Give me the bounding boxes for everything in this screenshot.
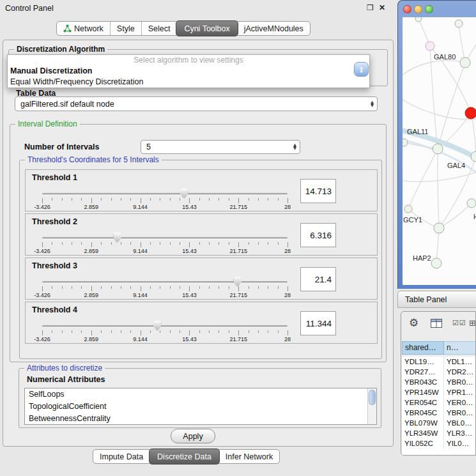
- network-node-label: GAL11: [407, 128, 428, 135]
- slider-thumb[interactable]: [233, 277, 242, 287]
- zoom-button[interactable]: [425, 5, 433, 13]
- dropdown-option-manual-discretization[interactable]: Manual Discretization: [8, 66, 369, 77]
- scrollbar-thumb[interactable]: [369, 390, 376, 405]
- threshold-3-slider[interactable]: -3.4262.8599.14415.4321.71528: [40, 276, 290, 299]
- network-node[interactable]: [415, 17, 422, 22]
- tab-network[interactable]: Network: [57, 22, 110, 35]
- tab-style[interactable]: Style: [110, 22, 141, 35]
- minimize-button[interactable]: [414, 5, 422, 13]
- network-node[interactable]: [431, 258, 441, 268]
- algorithm-dropdown-popup: Select algorithm to view settings Manual…: [7, 54, 370, 88]
- network-edge[interactable]: [459, 24, 465, 63]
- column-header-name[interactable]: n…: [444, 341, 476, 355]
- network-node[interactable]: [434, 223, 444, 233]
- network-node[interactable]: [433, 144, 443, 154]
- close-icon[interactable]: ✕: [379, 3, 385, 12]
- network-edge[interactable]: [403, 97, 476, 119]
- threshold-2-value[interactable]: 6.316: [300, 223, 336, 247]
- cell-shared-name: YBL079W: [402, 418, 444, 428]
- thresholds-group: Threshold's Coordinates for 5 Intervals …: [19, 160, 382, 359]
- network-node[interactable]: [465, 107, 476, 119]
- table-row[interactable]: YER054C YER0…: [402, 397, 476, 408]
- slider-track[interactable]: [42, 281, 288, 283]
- bottom-tab-impute-data[interactable]: Impute Data: [93, 450, 150, 463]
- attribute-item-topologicalcoefficient[interactable]: TopologicalCoefficient: [25, 401, 376, 413]
- number-of-intervals-label: Number of Intervals: [24, 142, 99, 151]
- threshold-4-slider[interactable]: -3.4262.8599.14415.4321.71528: [40, 320, 290, 343]
- network-edge[interactable]: [439, 203, 472, 228]
- slider-scale: -3.4262.8599.14415.4321.71528: [42, 292, 288, 299]
- scrollbar[interactable]: [367, 388, 376, 424]
- slider-thumb[interactable]: [153, 321, 162, 331]
- network-canvas[interactable]: GAL80GAL11GAL4GCY1HAP2H: [403, 17, 476, 285]
- bottom-tab-discretize-data[interactable]: Discretize Data: [149, 449, 220, 464]
- bottom-tab-infer-network[interactable]: Infer Network: [219, 450, 279, 463]
- table-data-combobox[interactable]: galFiltered.sif default node ▲▼: [15, 96, 378, 111]
- table-row[interactable]: YIL052C YIL0…: [402, 438, 476, 449]
- slider-thumb[interactable]: [113, 233, 121, 243]
- network-node[interactable]: [404, 205, 412, 213]
- float-window-icon[interactable]: ❒: [367, 3, 374, 12]
- gear-icon[interactable]: ⚙: [409, 316, 418, 329]
- slider-track[interactable]: [42, 325, 288, 327]
- table-row[interactable]: YDR27… YDR2…: [402, 367, 476, 377]
- network-edge[interactable]: [438, 149, 439, 228]
- threshold-2-slider[interactable]: -3.4262.8599.14415.4321.71528: [40, 232, 290, 255]
- apply-button[interactable]: Apply: [171, 429, 215, 443]
- network-edge[interactable]: [403, 171, 476, 181]
- threshold-1-slider[interactable]: -3.4262.8599.14415.4321.71528: [40, 188, 290, 211]
- threshold-1-value[interactable]: 14.713: [300, 179, 336, 203]
- table-panel-header[interactable]: Table Panel: [397, 291, 476, 308]
- tab-cyni-toolbox[interactable]: Cyni Toolbox: [176, 20, 238, 36]
- threshold-4-value[interactable]: 11.344: [300, 311, 336, 335]
- algorithm-dropdown-prompt[interactable]: Select algorithm to view settings: [8, 55, 369, 66]
- cell-shared-name: YPR145W: [402, 387, 444, 397]
- screen: Control Panel ❒ ✕ NetworkStyleSelectCyni…: [0, 0, 476, 476]
- dropdown-option-equal-width-frequency-discretization[interactable]: Equal Width/Frequency Discretization: [8, 77, 369, 88]
- interval-definition-group: Interval Definition Number of Intervals …: [10, 124, 387, 362]
- combo-stepper-icon[interactable]: ▲▼: [354, 62, 369, 77]
- threshold-4-label: Threshold 4: [32, 305, 77, 314]
- attributes-group: Attributes to discretize Numerical Attri…: [19, 368, 381, 428]
- attribute-item-betweennesscentrality[interactable]: BetweennessCentrality: [25, 413, 376, 425]
- add-column-icon[interactable]: ⊞: [469, 318, 476, 328]
- network-node[interactable]: [467, 199, 476, 208]
- stepper-icon[interactable]: ▲▼: [371, 101, 374, 107]
- table-row[interactable]: YBR043C YBR0…: [402, 377, 476, 387]
- network-node-label: GAL80: [434, 53, 456, 61]
- network-edge[interactable]: [408, 149, 438, 209]
- network-node-label: HAP2: [413, 254, 431, 262]
- network-node-label: GCY1: [403, 216, 422, 224]
- stepper-icon[interactable]: ▲▼: [293, 144, 296, 150]
- table-row[interactable]: YBL079W YBL0…: [402, 418, 476, 428]
- network-node[interactable]: [426, 42, 434, 50]
- table-row[interactable]: YBR045C YBR0…: [402, 408, 476, 418]
- numerical-attributes-list[interactable]: SelfLoopsTopologicalCoefficientBetweenne…: [24, 388, 377, 425]
- checkbox-icons[interactable]: ☑☑: [452, 319, 466, 327]
- table-columns-icon[interactable]: [431, 319, 442, 330]
- table-row[interactable]: YPR145W YPR1…: [402, 387, 476, 397]
- network-node[interactable]: [455, 20, 463, 27]
- table-header-row: shared… n…: [402, 341, 476, 355]
- tab-select[interactable]: Select: [141, 22, 177, 35]
- close-button[interactable]: [403, 5, 411, 13]
- threshold-4-box: Threshold 4 -3.4262.8599.14415.4321.7152…: [25, 302, 378, 344]
- number-of-intervals-combobox[interactable]: 5 ▲▼: [141, 140, 300, 154]
- table-row[interactable]: YDL19… YDL1…: [402, 357, 476, 367]
- network-node[interactable]: [403, 139, 408, 146]
- network-node[interactable]: [460, 58, 470, 68]
- cell-shared-name: YIL052C: [402, 438, 444, 449]
- attribute-item-selfloops[interactable]: SelfLoops: [25, 388, 376, 401]
- slider-track[interactable]: [42, 193, 288, 195]
- slider-ticks: [42, 286, 288, 292]
- network-window: GAL80GAL11GAL4GCY1HAP2H: [397, 0, 476, 289]
- threshold-2-label: Threshold 2: [32, 217, 77, 226]
- slider-track[interactable]: [42, 237, 288, 239]
- slider-thumb[interactable]: [180, 188, 188, 199]
- numerical-attributes-label: Numerical Attributes: [27, 375, 105, 384]
- column-header-shared-name[interactable]: shared…: [402, 341, 444, 355]
- threshold-3-value[interactable]: 21.4: [300, 267, 336, 291]
- tab-jactivemnodules[interactable]: jActiveMNodules: [238, 22, 310, 35]
- network-edge[interactable]: [403, 61, 465, 78]
- table-row[interactable]: YLR345W YLR3…: [402, 428, 476, 438]
